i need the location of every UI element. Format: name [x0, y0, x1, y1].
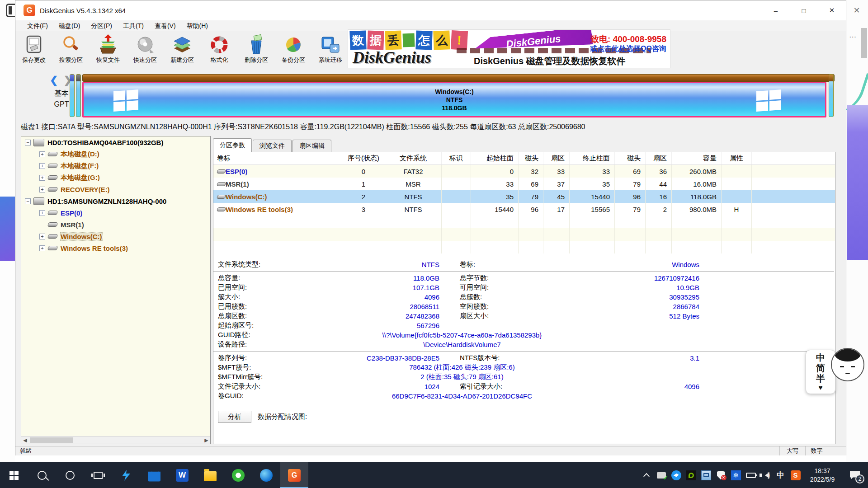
tree-expander-icon[interactable]: +: [39, 175, 45, 181]
menu-help[interactable]: 帮助(H): [181, 22, 213, 30]
tree-expander-icon[interactable]: +: [39, 163, 45, 169]
task-view-button[interactable]: [84, 462, 112, 488]
background-more-icon[interactable]: ⋯: [849, 33, 857, 41]
menu-file[interactable]: 文件(F): [22, 22, 53, 30]
tree-item[interactable]: +本地磁盘(D:): [21, 148, 210, 160]
column-header[interactable]: 容量: [672, 152, 722, 164]
tree-item[interactable]: −HD0:TOSHIBAMQ04ABF100(932GB): [21, 136, 210, 148]
menu-view[interactable]: 查看(V): [149, 22, 181, 30]
column-header[interactable]: 磁头: [615, 152, 646, 164]
column-header[interactable]: 属性: [722, 152, 752, 164]
column-header[interactable]: 终止柱面: [570, 152, 615, 164]
ad-banner[interactable]: 数据丢怎么！ DiskGenius DiskGenius 致电: 400-008…: [348, 29, 670, 68]
scroll-left-icon[interactable]: ◀: [21, 436, 29, 444]
menu-partition[interactable]: 分区(P): [85, 22, 118, 30]
tray-messenger[interactable]: [669, 462, 684, 488]
tree-expander-icon[interactable]: −: [25, 198, 31, 204]
tray-sogou[interactable]: S: [788, 462, 803, 488]
tree-item[interactable]: +本地磁盘(F:): [21, 160, 210, 172]
tree-hscrollbar[interactable]: ◀ ▶: [21, 436, 210, 444]
partition-bar-windows-c[interactable]: Windows(C:) NTFS 118.0GB: [82, 82, 826, 117]
column-header[interactable]: 磁头: [519, 152, 543, 164]
quick-partition-button[interactable]: 快速分区: [127, 32, 164, 68]
cortana-button[interactable]: [56, 462, 84, 488]
tray-volume[interactable]: [758, 462, 773, 488]
menu-tools[interactable]: 工具(T): [118, 22, 149, 30]
ime-halfwidth-toggle[interactable]: 半: [816, 373, 825, 384]
tree-expander-icon[interactable]: +: [39, 151, 45, 157]
ime-lang-toggle[interactable]: 中: [816, 352, 825, 363]
column-header[interactable]: 标识: [442, 152, 471, 164]
background-close-icon[interactable]: ✕: [852, 5, 862, 15]
format-button[interactable]: 格式化: [201, 32, 238, 68]
taskbar-app-browser[interactable]: [224, 462, 252, 488]
column-header[interactable]: 文件系统: [385, 152, 442, 164]
tray-freeze-tool[interactable]: ❄: [728, 462, 743, 488]
partition-bar-msr[interactable]: [76, 74, 81, 117]
analyze-button[interactable]: 分析: [218, 411, 251, 423]
tray-intel-graphics[interactable]: [698, 462, 713, 488]
ad-qq-link[interactable]: 或点击此处选择QQ咨询: [590, 44, 666, 54]
new-partition-button[interactable]: 新建分区: [164, 32, 201, 68]
tree-item[interactable]: MSR(1): [21, 219, 210, 230]
tray-battery[interactable]: [743, 462, 758, 488]
minimize-button[interactable]: –: [762, 0, 790, 20]
scrollbar-thumb[interactable]: [30, 437, 73, 443]
tree-item[interactable]: +Windows RE tools(3): [21, 242, 210, 254]
tree-item[interactable]: +ESP(0): [21, 207, 210, 219]
save-changes-button[interactable]: 保存更改: [15, 32, 52, 68]
tray-show-hidden-button[interactable]: [639, 462, 654, 488]
start-button[interactable]: [0, 462, 28, 488]
column-header[interactable]: 序号(状态): [342, 152, 385, 164]
scroll-right-icon[interactable]: ▶: [203, 436, 210, 444]
search-partition-button[interactable]: 搜索分区: [52, 32, 90, 68]
tree-item[interactable]: −HD1:SAMSUNGMZNLN128HAHQ-000: [21, 195, 210, 207]
delete-partition-button[interactable]: 删除分区: [238, 32, 275, 68]
tab-browse-files[interactable]: 浏览文件: [253, 140, 292, 152]
tree-expander-icon[interactable]: +: [39, 210, 45, 216]
taskbar-search-button[interactable]: [28, 462, 56, 488]
action-center-button[interactable]: 2: [842, 462, 868, 488]
tree-expander-icon[interactable]: −: [25, 140, 31, 145]
taskbar-app-edge[interactable]: [252, 462, 280, 488]
column-header[interactable]: 扇区: [543, 152, 570, 164]
taskbar-app-feishu[interactable]: [112, 462, 140, 488]
tree-expander-icon[interactable]: +: [39, 187, 45, 192]
partition-row[interactable]: ESP(0)0FAT3203233336936260.0MB: [213, 165, 835, 178]
column-header[interactable]: 卷标: [213, 152, 342, 164]
partition-bar-re-tools[interactable]: [829, 74, 834, 117]
partition-row[interactable]: MSR(1)1MSR33693735794416.0MB: [213, 178, 835, 190]
partition-bar-esp[interactable]: [70, 74, 75, 117]
ime-mascot-avatar[interactable]: [831, 348, 864, 381]
maximize-button[interactable]: □: [790, 0, 818, 20]
sogou-ime-widget[interactable]: 中 简 半 ♥: [806, 348, 868, 395]
taskbar-app-explorer[interactable]: [196, 462, 224, 488]
tree-expander-icon[interactable]: +: [39, 245, 45, 251]
partition-row[interactable]: Windows(C:)2NTFS357945154409616118.0GB: [213, 190, 835, 203]
disk-header-strip[interactable]: [82, 74, 835, 82]
tree-expander-icon[interactable]: +: [39, 234, 45, 239]
backup-partition-button[interactable]: 备份分区: [275, 32, 312, 68]
taskbar-app-word[interactable]: W: [168, 462, 196, 488]
heart-icon[interactable]: ♥: [818, 384, 823, 392]
taskbar-clock[interactable]: 18:37 2022/5/9: [803, 467, 842, 484]
tray-printer[interactable]: [654, 462, 669, 488]
ime-status-box[interactable]: 中 简 半 ♥: [806, 350, 835, 394]
tray-defender[interactable]: ✕: [713, 462, 728, 488]
tray-nvidia[interactable]: [684, 462, 698, 488]
column-header[interactable]: 起始柱面: [471, 152, 519, 164]
tree-item[interactable]: +本地磁盘(G:): [21, 172, 210, 183]
column-header[interactable]: 扇区: [646, 152, 672, 164]
tab-sector-edit[interactable]: 扇区编辑: [292, 140, 331, 152]
recover-files-button[interactable]: 恢复文件: [90, 32, 127, 68]
partition-row[interactable]: Windows RE tools(3)3NTFS1544096171556579…: [213, 203, 835, 216]
tray-ime-indicator[interactable]: 中: [773, 462, 788, 488]
tree-item[interactable]: +RECOVERY(E:): [21, 183, 210, 195]
menu-disk[interactable]: 磁盘(D): [53, 22, 85, 30]
tab-partition-params[interactable]: 分区参数: [213, 138, 252, 152]
ime-simplified-toggle[interactable]: 简: [816, 363, 825, 373]
taskbar-app-store[interactable]: [140, 462, 168, 488]
tree-item[interactable]: +Windows(C:): [21, 230, 210, 242]
background-scrollbar-thumb[interactable]: [861, 28, 867, 58]
taskbar-app-diskgenius[interactable]: G: [280, 462, 308, 488]
